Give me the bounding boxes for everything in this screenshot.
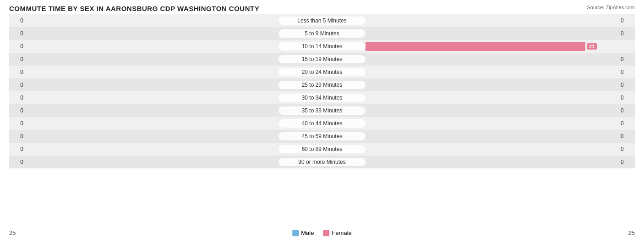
male-value: 0 — [9, 120, 25, 127]
female-value: 0 — [619, 56, 635, 62]
female-value: 0 — [619, 69, 635, 75]
bars-zone: 90 or more Minutes — [25, 158, 619, 166]
axis-label-left: 25 — [9, 229, 16, 236]
bars-zone: 35 to 39 Minutes — [25, 106, 619, 115]
male-value: 0 — [9, 56, 25, 62]
male-value: 0 — [9, 146, 25, 152]
bars-zone: 5 to 9 Minutes — [25, 29, 619, 38]
row-label: 90 or more Minutes — [278, 158, 366, 166]
female-value: 0 — [619, 107, 635, 114]
bars-zone: 40 to 44 Minutes — [25, 119, 619, 128]
legend-male-box — [292, 230, 299, 236]
legend-male: Male — [292, 229, 314, 236]
male-value: 0 — [9, 43, 25, 50]
legend-female-label: Female — [332, 229, 351, 236]
female-outside-value: 21 — [587, 43, 597, 50]
table-row: 035 to 39 Minutes0 — [9, 104, 635, 117]
female-value: 0 — [619, 95, 635, 101]
chart-container: COMMUTE TIME BY SEX IN AARONSBURG CDP WA… — [0, 0, 644, 240]
row-label: 40 to 44 Minutes — [278, 119, 366, 128]
table-row: 020 to 24 Minutes0 — [9, 66, 635, 78]
male-value: 0 — [9, 133, 25, 140]
bars-zone: 30 to 34 Minutes — [25, 94, 619, 102]
female-value: 0 — [619, 133, 635, 140]
male-value: 0 — [9, 107, 25, 114]
row-label: 10 to 14 Minutes — [278, 42, 366, 50]
table-row: 05 to 9 Minutes0 — [9, 27, 635, 40]
row-label: 60 to 89 Minutes — [278, 145, 366, 153]
table-row: 090 or more Minutes0 — [9, 156, 635, 168]
bars-zone: 10 to 14 Minutes21 — [25, 42, 619, 51]
row-label: Less than 5 Minutes — [278, 17, 366, 25]
table-row: 015 to 19 Minutes0 — [9, 53, 635, 66]
row-label: 5 to 9 Minutes — [278, 29, 366, 38]
female-value: 0 — [619, 120, 635, 127]
chart-title: COMMUTE TIME BY SEX IN AARONSBURG CDP WA… — [9, 5, 635, 12]
table-row: 025 to 29 Minutes0 — [9, 78, 635, 91]
male-value: 0 — [9, 17, 25, 24]
bars-zone: 25 to 29 Minutes — [25, 81, 619, 89]
table-row: 030 to 34 Minutes0 — [9, 91, 635, 104]
male-value: 0 — [9, 159, 25, 165]
bars-zone: 60 to 89 Minutes — [25, 145, 619, 153]
chart-area: 0Less than 5 Minutes005 to 9 Minutes0010… — [9, 14, 635, 202]
table-row: 045 to 59 Minutes0 — [9, 130, 635, 143]
legend-male-label: Male — [301, 229, 314, 236]
axis-label-right: 25 — [628, 229, 635, 236]
legend-area: Male Female — [292, 229, 352, 236]
female-value: 0 — [619, 30, 635, 37]
row-label: 45 to 59 Minutes — [278, 132, 366, 140]
source-label: Source: ZipAtlas.com — [587, 5, 635, 10]
row-label: 35 to 39 Minutes — [278, 106, 366, 115]
table-row: 040 to 44 Minutes0 — [9, 117, 635, 130]
female-value: 0 — [619, 159, 635, 165]
table-row: 060 to 89 Minutes0 — [9, 143, 635, 156]
male-value: 0 — [9, 95, 25, 101]
male-value: 0 — [9, 82, 25, 88]
female-value: 0 — [619, 17, 635, 24]
table-row: 010 to 14 Minutes21 — [9, 40, 635, 53]
row-label: 20 to 24 Minutes — [278, 68, 366, 76]
table-row: 0Less than 5 Minutes0 — [9, 14, 635, 27]
female-value: 0 — [619, 82, 635, 88]
row-label: 15 to 19 Minutes — [278, 55, 366, 63]
row-label: 25 to 29 Minutes — [278, 81, 366, 89]
bars-zone: 20 to 24 Minutes — [25, 68, 619, 76]
female-value: 0 — [619, 146, 635, 152]
female-bars: 21 — [366, 42, 619, 51]
bars-zone: 15 to 19 Minutes — [25, 55, 619, 63]
male-value: 0 — [9, 69, 25, 75]
legend-female: Female — [323, 229, 351, 236]
bars-zone: Less than 5 Minutes — [25, 17, 619, 25]
male-value: 0 — [9, 30, 25, 37]
row-label: 30 to 34 Minutes — [278, 94, 366, 102]
legend-female-box — [323, 230, 329, 236]
bars-zone: 45 to 59 Minutes — [25, 132, 619, 140]
rows-wrapper: 0Less than 5 Minutes005 to 9 Minutes0010… — [9, 14, 635, 168]
